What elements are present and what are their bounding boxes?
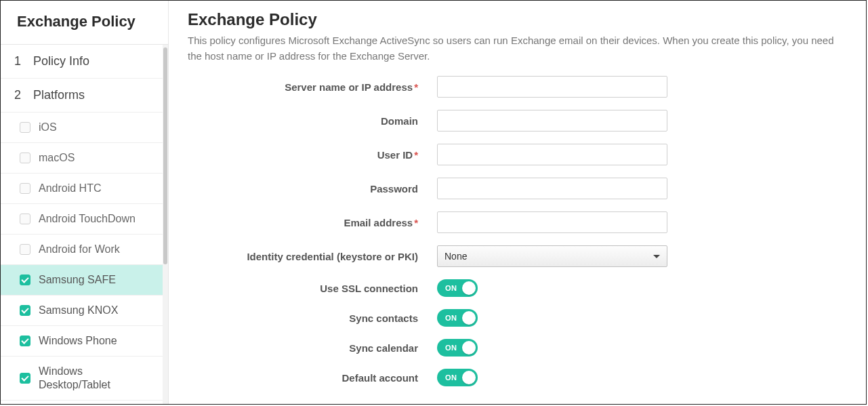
- label-server: Server name or IP address*: [188, 81, 437, 93]
- default-toggle[interactable]: ON: [437, 369, 478, 386]
- chevron-down-icon: [653, 255, 660, 258]
- toggle-knob-icon: [462, 311, 476, 325]
- platform-label: Windows Desktop/Tablet: [39, 365, 153, 392]
- platform-label: macOS: [39, 151, 153, 165]
- toggle-state: ON: [445, 373, 457, 382]
- platform-ios[interactable]: iOS: [1, 113, 168, 143]
- label-email: Email address*: [188, 217, 437, 228]
- checkbox-icon[interactable]: [20, 183, 30, 194]
- userid-input[interactable]: [437, 144, 667, 165]
- checkbox-icon[interactable]: [20, 153, 30, 163]
- label-identity: Identity credential (keystore or PKI): [188, 251, 437, 262]
- row-domain: Domain: [188, 110, 847, 131]
- label-ssl: Use SSL connection: [188, 283, 437, 294]
- step-policy-info[interactable]: 1 Policy Info: [1, 45, 168, 79]
- label-domain: Domain: [188, 115, 437, 127]
- platform-label: iOS: [39, 121, 153, 134]
- platform-windows-phone[interactable]: Windows Phone: [1, 326, 168, 357]
- page-title: Exchange Policy: [188, 10, 847, 29]
- required-marker: *: [414, 81, 418, 93]
- contacts-toggle[interactable]: ON: [437, 309, 478, 327]
- platform-android-for-work[interactable]: Android for Work: [1, 235, 168, 265]
- platform-label: Android TouchDown: [39, 212, 153, 226]
- select-value: None: [445, 251, 467, 262]
- checkbox-icon[interactable]: [20, 336, 30, 346]
- domain-input[interactable]: [437, 110, 667, 131]
- row-server: Server name or IP address*: [188, 76, 847, 98]
- toggle-knob-icon: [462, 371, 476, 384]
- sidebar-title: Exchange Policy: [1, 1, 168, 45]
- sidebar: Exchange Policy 1 Policy Info 2 Platform…: [1, 1, 169, 404]
- checkbox-icon[interactable]: [20, 305, 30, 316]
- row-userid: User ID*: [188, 144, 847, 165]
- email-input[interactable]: [437, 211, 667, 233]
- platform-label: Windows Phone: [39, 334, 153, 348]
- row-identity: Identity credential (keystore or PKI) No…: [188, 245, 847, 267]
- server-input[interactable]: [437, 76, 667, 98]
- required-marker: *: [414, 149, 418, 161]
- step-label: Platforms: [33, 88, 85, 102]
- row-calendar: Sync calendar ON: [188, 339, 847, 357]
- page-description: This policy configures Microsoft Exchang…: [188, 33, 847, 64]
- platform-android-touchdown[interactable]: Android TouchDown: [1, 204, 168, 235]
- calendar-toggle[interactable]: ON: [437, 339, 478, 357]
- row-password: Password: [188, 178, 847, 199]
- label-userid: User ID*: [188, 149, 437, 161]
- label-default: Default account: [188, 372, 437, 384]
- checkbox-icon[interactable]: [20, 244, 30, 255]
- step-number: 2: [14, 88, 26, 102]
- sidebar-body: 1 Policy Info 2 Platforms iOS macOS Andr…: [1, 45, 168, 404]
- platform-label: Samsung KNOX: [39, 304, 153, 317]
- platform-windows-desktop-tablet[interactable]: Windows Desktop/Tablet: [1, 357, 168, 401]
- platform-label: Samsung SAFE: [39, 273, 153, 287]
- checkbox-icon[interactable]: [20, 275, 30, 285]
- toggle-state: ON: [445, 344, 457, 352]
- step-platforms[interactable]: 2 Platforms: [1, 79, 168, 113]
- ssl-toggle[interactable]: ON: [437, 279, 478, 297]
- platform-samsung-safe[interactable]: Samsung SAFE: [1, 265, 168, 296]
- label-password: Password: [188, 183, 437, 195]
- row-email: Email address*: [188, 211, 847, 233]
- password-input[interactable]: [437, 178, 667, 199]
- checkbox-icon[interactable]: [20, 373, 30, 384]
- checkbox-icon[interactable]: [20, 122, 30, 133]
- checkbox-icon[interactable]: [20, 214, 30, 224]
- label-contacts: Sync contacts: [188, 312, 437, 324]
- platform-android-htc[interactable]: Android HTC: [1, 174, 168, 204]
- row-default: Default account ON: [188, 369, 847, 386]
- toggle-state: ON: [445, 314, 457, 322]
- required-marker: *: [414, 217, 418, 228]
- platform-macos[interactable]: macOS: [1, 143, 168, 174]
- scrollbar[interactable]: [163, 45, 168, 404]
- label-calendar: Sync calendar: [188, 342, 437, 354]
- platform-label: Android HTC: [39, 182, 153, 195]
- step-label: Policy Info: [33, 54, 89, 68]
- platform-label: Android for Work: [39, 243, 153, 256]
- scrollbar-thumb[interactable]: [163, 47, 167, 264]
- toggle-state: ON: [445, 284, 457, 292]
- toggle-knob-icon: [462, 341, 476, 354]
- platform-samsung-knox[interactable]: Samsung KNOX: [1, 296, 168, 326]
- main-panel: Exchange Policy This policy configures M…: [169, 1, 866, 404]
- step-number: 1: [14, 54, 26, 68]
- row-ssl: Use SSL connection ON: [188, 279, 847, 297]
- toggle-knob-icon: [462, 281, 476, 295]
- row-contacts: Sync contacts ON: [188, 309, 847, 327]
- identity-select[interactable]: None: [437, 245, 667, 267]
